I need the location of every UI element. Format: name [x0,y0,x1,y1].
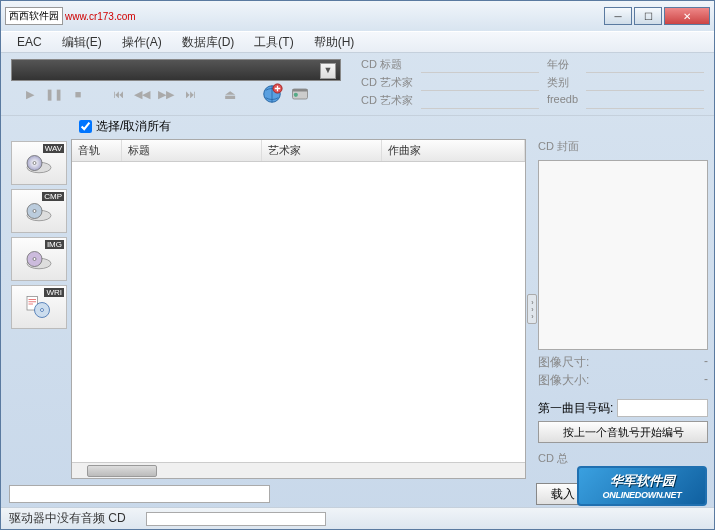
menu-help[interactable]: 帮助(H) [304,32,365,53]
app-window: 西西软件园 www.cr173.com ─ ☐ ✕ EAC 编辑(E) 操作(A… [0,0,715,530]
splitter[interactable]: ››› [526,139,538,479]
track-header: 音轨 标题 艺术家 作曲家 [72,140,525,162]
svg-point-10 [33,210,36,213]
cd-artist2-field[interactable] [421,93,539,109]
renumber-button[interactable]: 按上一个音轨号开始编号 [538,421,708,443]
cd-year-label: 年份 [547,57,578,73]
cd-title-label: CD 标题 [361,57,413,73]
statusbar: 驱动器中没有音频 CD [1,507,714,529]
main-area: WAV CMP IMG WRI 音轨 标题 艺术家 作曲家 [1,139,714,481]
first-track-field[interactable] [617,399,708,417]
img-dim-value: - [595,354,708,371]
first-track-label: 第一曲目号码: [538,400,613,417]
menu-edit[interactable]: 编辑(E) [52,32,112,53]
svg-point-7 [33,162,36,165]
cd-title-field[interactable] [421,57,539,73]
cd-year-field[interactable] [586,57,704,73]
maximize-button[interactable]: ☐ [634,7,662,25]
col-track[interactable]: 音轨 [72,140,122,161]
cd-total-label: CD 总 [538,451,708,466]
cd-freedb-label: freedb [547,93,578,109]
select-all-checkbox[interactable] [79,120,92,133]
toolbar: ▶ ❚❚ ■ ⏮ ◀◀ ▶▶ ⏭ ⏏ CD 标题 [1,53,714,116]
horizontal-scrollbar[interactable] [72,462,525,478]
last-track-button[interactable]: ⏭ [181,85,199,103]
bottom-input1[interactable] [9,485,270,503]
img-size-value: - [595,372,708,389]
svg-point-13 [33,258,36,261]
watermark-site: 西西软件园 [5,7,63,25]
play-button[interactable]: ▶ [21,85,39,103]
menu-action[interactable]: 操作(A) [112,32,172,53]
col-composer[interactable]: 作曲家 [382,140,525,161]
right-panel: CD 封面 图像尺寸: - 图像大小: - 第一曲目号码: 按上一个音轨号开始编… [538,139,708,479]
menu-tools[interactable]: 工具(T) [244,32,303,53]
wri-badge: WRI [44,288,64,297]
stop-button[interactable]: ■ [69,85,87,103]
menu-eac[interactable]: EAC [7,33,52,51]
cd-artist-field[interactable] [421,75,539,91]
img-dim-label: 图像尺寸: [538,354,589,371]
wav-badge: WAV [43,144,64,153]
first-track-button[interactable]: ⏮ [109,85,127,103]
save-button[interactable]: 保存 [594,483,648,505]
browser-icon[interactable] [289,83,311,105]
track-list: 音轨 标题 艺术家 作曲家 [71,139,526,479]
extract-image-button[interactable]: IMG [11,237,67,281]
forward-button[interactable]: ▶▶ [157,85,175,103]
select-all-row: 选择/取消所有 [1,116,714,139]
col-title[interactable]: 标题 [122,140,262,161]
cd-freedb-field[interactable] [586,93,704,109]
eject-button[interactable]: ⏏ [221,85,239,103]
drive-select[interactable] [11,59,341,81]
svg-point-16 [41,309,44,312]
freedb-icon[interactable] [261,83,283,105]
col-artist[interactable]: 艺术家 [262,140,382,161]
left-icon-column: WAV CMP IMG WRI [7,139,71,479]
load-button[interactable]: 载入 [536,483,590,505]
track-body[interactable] [72,162,525,462]
svg-rect-3 [293,89,308,92]
write-cd-button[interactable]: WRI [11,285,67,329]
cd-genre-label: 类别 [547,75,578,91]
cd-artist2-label: CD 艺术家 [361,93,413,109]
minimize-button[interactable]: ─ [604,7,632,25]
menubar: EAC 编辑(E) 操作(A) 数据库(D) 工具(T) 帮助(H) [1,31,714,53]
img-badge: IMG [45,240,64,249]
scroll-thumb[interactable] [87,465,157,477]
titlebar[interactable]: 西西软件园 www.cr173.com ─ ☐ ✕ [1,1,714,31]
cover-label: CD 封面 [538,139,708,154]
select-all-label: 选择/取消所有 [96,118,171,135]
rewind-button[interactable]: ◀◀ [133,85,151,103]
cd-genre-field[interactable] [586,75,704,91]
menu-database[interactable]: 数据库(D) [172,32,245,53]
extract-compressed-button[interactable]: CMP [11,189,67,233]
bottom-row: 载入 保存 新建 [1,481,714,507]
cd-artist-label: CD 艺术家 [361,75,413,91]
close-button[interactable]: ✕ [664,7,710,25]
extract-wav-button[interactable]: WAV [11,141,67,185]
status-text: 驱动器中没有音频 CD [9,510,126,527]
pause-button[interactable]: ❚❚ [45,85,63,103]
svg-point-4 [294,93,298,97]
img-size-label: 图像大小: [538,372,589,389]
cover-box[interactable] [538,160,708,350]
splitter-handle[interactable]: ››› [527,294,537,324]
watermark-url: www.cr173.com [65,11,136,22]
status-progress [146,512,326,526]
new-button[interactable]: 新建 [652,483,706,505]
cmp-badge: CMP [42,192,64,201]
